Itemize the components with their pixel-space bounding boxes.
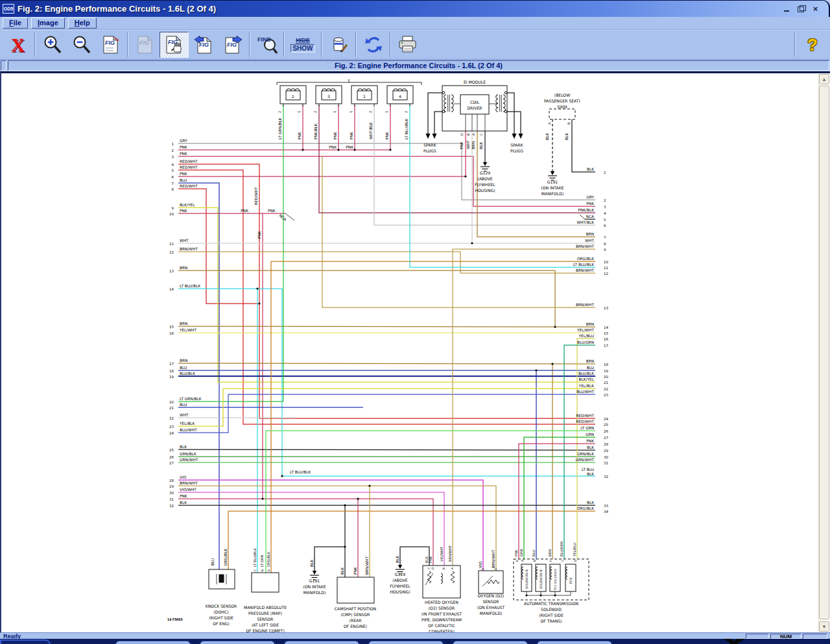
vertical-scrollbar[interactable]: ▲ ▼ <box>818 73 829 632</box>
scroll-down-button[interactable]: ▼ <box>819 621 829 632</box>
svg-text:TCC SOLENOID: TCC SOLENOID <box>554 569 557 591</box>
scrollbar-thumb[interactable] <box>819 86 829 619</box>
svg-text:11: 11 <box>169 242 174 246</box>
svg-text:6: 6 <box>172 175 174 179</box>
svg-text:31: 31 <box>169 497 174 501</box>
taskbar-button[interactable] <box>115 640 191 644</box>
refresh-button[interactable] <box>359 32 388 58</box>
taskbar-start-button[interactable] <box>0 639 51 644</box>
svg-text:14: 14 <box>604 326 608 329</box>
svg-text:NCA: NCA <box>586 215 594 219</box>
taskbar-button[interactable] <box>452 640 528 644</box>
svg-text:BRN/WHT: BRN/WHT <box>576 268 594 272</box>
svg-text:BRN/WHT: BRN/WHT <box>448 545 452 562</box>
svg-text:17: 17 <box>169 362 174 366</box>
figure-previous-button[interactable]: FIG <box>189 32 218 58</box>
help-icon: ? <box>807 35 818 55</box>
svg-text:PNK: PNK <box>346 145 353 149</box>
paint-redraw-button[interactable] <box>324 32 353 58</box>
svg-text:PNK: PNK <box>333 132 337 139</box>
restore-button[interactable] <box>797 5 805 12</box>
svg-text:22: 22 <box>604 387 608 391</box>
svg-text:BLU: BLU <box>532 550 536 556</box>
close-figure-button[interactable]: X <box>3 32 32 58</box>
svg-text:YEL/WHT: YEL/WHT <box>576 328 594 332</box>
zoom-in-button[interactable] <box>38 32 67 58</box>
svg-text:PNK: PNK <box>586 439 594 443</box>
svg-text:MANIFOLD): MANIFOLD) <box>541 191 564 196</box>
svg-text:FIG: FIG <box>199 42 209 48</box>
menu-help[interactable]: Help <box>68 18 97 29</box>
svg-text:21: 21 <box>169 406 174 410</box>
svg-text:D: D <box>460 133 464 136</box>
svg-text:2: 2 <box>481 568 484 570</box>
svg-text:BLU: BLU <box>587 366 594 370</box>
svg-text:28: 28 <box>604 442 608 446</box>
svg-text:FIG: FIG <box>168 39 178 45</box>
svg-text:S909: S909 <box>557 104 567 109</box>
svg-text:25: 25 <box>169 448 174 452</box>
minimize-button[interactable] <box>783 5 791 12</box>
svg-text:OXYGEN (O2): OXYGEN (O2) <box>478 593 504 598</box>
svg-text:11: 11 <box>604 266 608 270</box>
scroll-up-button[interactable]: ▲ <box>819 74 829 84</box>
svg-text:PNK: PNK <box>350 132 353 139</box>
zoom-out-button[interactable] <box>67 32 96 58</box>
svg-text:ORG/BLK: ORG/BLK <box>577 257 594 261</box>
svg-text:VIO: VIO <box>479 561 482 568</box>
close-button[interactable]: × <box>811 5 820 12</box>
svg-text:PNK: PNK <box>514 549 518 556</box>
svg-text:C: C <box>479 133 483 136</box>
svg-text:1: 1 <box>604 171 606 174</box>
svg-text:PNK: PNK <box>241 209 248 213</box>
svg-text:GRN: GRN <box>586 433 594 436</box>
svg-text:BRN/WHT: BRN/WHT <box>492 550 495 568</box>
menu-file[interactable]: File <box>3 18 28 29</box>
wiring-diagram[interactable]: 2314LT GRN/BLKPNKPNK/BLKPNKPNKWHT/BLKPNK… <box>0 73 830 632</box>
taskbar-button[interactable] <box>283 640 360 644</box>
svg-text:LT GRN/BLK: LT GRN/BLK <box>180 397 202 401</box>
svg-text:RED/WHT: RED/WHT <box>180 160 198 163</box>
svg-text:1: 1 <box>297 111 301 113</box>
svg-text:2: 2 <box>604 198 606 202</box>
svg-text:7: 7 <box>172 182 174 185</box>
taskbar-button[interactable] <box>368 640 444 644</box>
taskbar-button[interactable] <box>199 640 276 644</box>
svg-text:G129: G129 <box>395 572 405 577</box>
toolbar-separator <box>34 32 36 57</box>
svg-text:LT BLU/BLK: LT BLU/BLK <box>253 548 257 567</box>
taskbar-button[interactable] <box>536 640 613 644</box>
find-icon: FIND <box>256 34 278 56</box>
svg-text:2: 2 <box>292 94 294 99</box>
svg-text:MANIFOLD ABSOLUTE: MANIFOLD ABSOLUTE <box>244 605 287 610</box>
svg-text:B: B <box>442 567 445 569</box>
svg-text:SENSOR: SENSOR <box>257 617 274 621</box>
hide-show-button[interactable]: HIDE SHOW <box>287 32 319 58</box>
menu-image[interactable]: Image <box>31 18 65 29</box>
figure-pan-button[interactable]: FIG <box>160 32 189 58</box>
figure-list-button[interactable]: FIG <box>96 32 125 58</box>
toolbar-separator <box>794 32 796 57</box>
svg-text:9: 9 <box>172 206 174 210</box>
svg-text:28: 28 <box>169 479 174 483</box>
print-button[interactable] <box>393 32 422 58</box>
svg-text:D: D <box>431 567 434 569</box>
svg-text:BRN/WHT: BRN/WHT <box>180 247 198 251</box>
svg-text:(O2) SENSOR: (O2) SENSOR <box>429 606 455 610</box>
figure-next-icon: FIG <box>222 34 243 55</box>
svg-text:BRN: BRN <box>180 322 187 326</box>
svg-text:BLK: BLK <box>479 142 483 149</box>
svg-text:SOLENOID A: SOLENOID A <box>525 569 528 589</box>
find-button[interactable]: FIND <box>252 32 281 58</box>
figure-next-button[interactable]: FIG <box>218 32 247 58</box>
help-button[interactable]: ? <box>798 32 827 58</box>
diagram-canvas[interactable]: 2314LT GRN/BLKPNKPNK/BLKPNKPNKWHT/BLKPNK… <box>0 71 830 632</box>
svg-text:PNK/BLK: PNK/BLK <box>578 208 594 212</box>
svg-text:20: 20 <box>169 400 174 404</box>
svg-text:(IN FRONT EXHAUST: (IN FRONT EXHAUST <box>421 612 462 616</box>
svg-text:(DOHC): (DOHC) <box>213 610 228 614</box>
figure-icon: FIG <box>101 34 121 55</box>
svg-text:BRN/WHT: BRN/WHT <box>576 244 594 248</box>
status-bar: Ready NUM <box>0 632 830 639</box>
svg-text:9: 9 <box>604 248 606 252</box>
